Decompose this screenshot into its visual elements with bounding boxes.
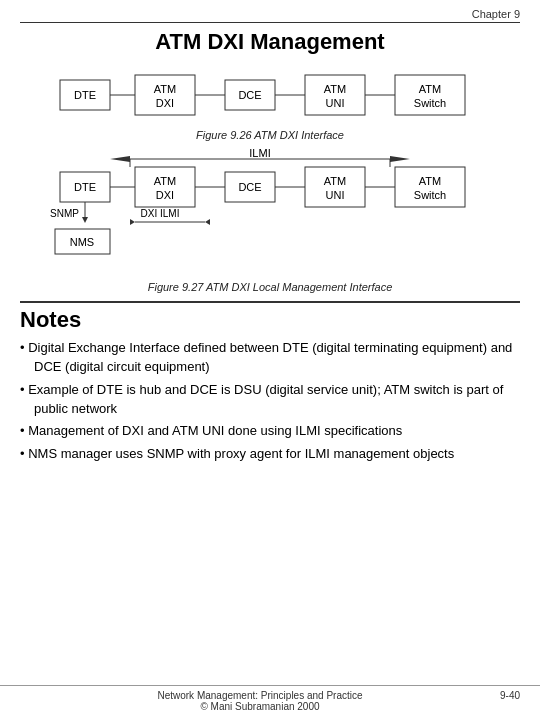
- footer-line1: Network Management: Principles and Pract…: [20, 690, 500, 701]
- page-title: ATM DXI Management: [0, 29, 540, 55]
- svg-text:Switch: Switch: [414, 189, 446, 201]
- svg-rect-26: [135, 167, 195, 207]
- svg-marker-21: [390, 156, 410, 162]
- figure1-svg: DTE ATM DXI DCE ATM UNI ATM Switch: [40, 65, 500, 125]
- svg-rect-3: [135, 75, 195, 115]
- notes-section: Notes Digital Exchange Interface defined…: [0, 307, 540, 464]
- footer: Network Management: Principles and Pract…: [0, 685, 540, 712]
- list-item: NMS manager uses SNMP with proxy agent f…: [20, 445, 520, 464]
- svg-text:ATM: ATM: [324, 83, 346, 95]
- svg-text:DTE: DTE: [74, 181, 96, 193]
- svg-text:ATM: ATM: [419, 83, 441, 95]
- figure1-caption: Figure 9.26 ATM DXI Interface: [30, 129, 510, 141]
- notes-list: Digital Exchange Interface defined betwe…: [20, 339, 520, 464]
- footer-page: 9-40: [500, 690, 520, 712]
- svg-text:DXI: DXI: [156, 97, 174, 109]
- svg-rect-10: [305, 75, 365, 115]
- svg-rect-14: [395, 75, 465, 115]
- svg-text:DCE: DCE: [238, 89, 261, 101]
- svg-marker-41: [82, 217, 88, 223]
- page: Chapter 9 ATM DXI Management DTE ATM DXI…: [0, 0, 540, 720]
- figure2-svg: ILMI DTE ATM DXI DCE ATM UNI AT: [40, 147, 500, 277]
- svg-marker-44: [130, 219, 135, 225]
- footer-line2: © Mani Subramanian 2000: [20, 701, 500, 712]
- top-rule: [20, 22, 520, 23]
- svg-text:ATM: ATM: [154, 175, 176, 187]
- svg-text:DTE: DTE: [74, 89, 96, 101]
- svg-text:DXI: DXI: [156, 189, 174, 201]
- list-item: Example of DTE is hub and DCE is DSU (di…: [20, 381, 520, 419]
- svg-marker-20: [110, 156, 130, 162]
- svg-rect-33: [305, 167, 365, 207]
- figure2-area: ILMI DTE ATM DXI DCE ATM UNI AT: [0, 147, 540, 293]
- chapter-label: Chapter 9: [0, 0, 540, 22]
- svg-text:UNI: UNI: [326, 97, 345, 109]
- list-item: Digital Exchange Interface defined betwe…: [20, 339, 520, 377]
- figure1-area: DTE ATM DXI DCE ATM UNI ATM Switch Fi: [0, 65, 540, 141]
- svg-text:ATM: ATM: [324, 175, 346, 187]
- svg-marker-45: [205, 219, 210, 225]
- svg-text:ILMI: ILMI: [249, 147, 270, 159]
- svg-text:ATM: ATM: [419, 175, 441, 187]
- svg-text:DCE: DCE: [238, 181, 261, 193]
- footer-center: Network Management: Principles and Pract…: [20, 690, 500, 712]
- svg-text:SNMP: SNMP: [50, 208, 79, 219]
- notes-rule: [20, 301, 520, 303]
- notes-heading: Notes: [20, 307, 520, 333]
- svg-text:DXI ILMI: DXI ILMI: [141, 208, 180, 219]
- svg-rect-37: [395, 167, 465, 207]
- svg-text:ATM: ATM: [154, 83, 176, 95]
- svg-text:NMS: NMS: [70, 236, 94, 248]
- svg-text:UNI: UNI: [326, 189, 345, 201]
- svg-text:Switch: Switch: [414, 97, 446, 109]
- list-item: Management of DXI and ATM UNI done using…: [20, 422, 520, 441]
- figure2-caption: Figure 9.27 ATM DXI Local Management Int…: [30, 281, 510, 293]
